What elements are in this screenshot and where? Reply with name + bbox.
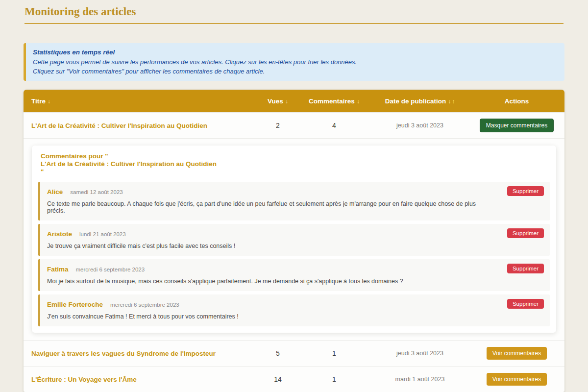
publication-date: jeudi 3 août 2023 <box>371 350 469 357</box>
comment-item: Emilie Forterochemercredi 6 septembre 20… <box>38 294 550 326</box>
comment-author: Aristote <box>47 230 72 238</box>
sort-header-commentaires[interactable]: Commentaires↓ <box>297 98 371 105</box>
delete-comment-button[interactable]: Supprimer <box>507 186 544 196</box>
sort-header-vues[interactable]: Vues↓ <box>258 98 297 105</box>
title-underline <box>24 23 564 24</box>
info-box-title: Statistiques en temps réel <box>33 48 557 57</box>
sort-header-titre[interactable]: Titre↓ <box>24 98 258 105</box>
views-count: 2 <box>258 122 297 129</box>
comment-item: Aristotelundi 21 août 2023 Supprimer Je … <box>38 224 550 256</box>
comment-item: Alicesamedi 12 août 2023 Supprimer Ce te… <box>38 182 550 220</box>
views-count: 5 <box>258 349 297 357</box>
view-comments-button[interactable]: Voir commentaires <box>487 373 547 386</box>
comment-item: Fatimamercredi 6 septembre 2023 Supprime… <box>38 259 550 291</box>
delete-comment-button[interactable]: Supprimer <box>507 264 544 273</box>
comment-date: mercredi 6 septembre 2023 <box>110 302 179 308</box>
comment-text: Moi je fais surtout de la musique, mais … <box>47 278 481 285</box>
delete-comment-button[interactable]: Supprimer <box>507 299 544 309</box>
comments-count: 4 <box>297 122 371 129</box>
article-title-link[interactable]: L'Écriture : Un Voyage vers l'Âme <box>31 376 137 383</box>
comment-text: Je trouve ça vraiment difficile mais c'e… <box>47 243 481 249</box>
sort-desc-icon[interactable]: ↓ <box>48 98 50 105</box>
comment-author: Fatima <box>47 266 69 273</box>
comment-text: Ce texte me parle beaucoup. A chaque foi… <box>47 200 481 214</box>
comments-heading-prefix: Commentaires pour " <box>41 152 550 160</box>
article-title-link[interactable]: Naviguer à travers les vagues du Syndrom… <box>31 350 216 357</box>
delete-comment-button[interactable]: Supprimer <box>507 228 544 238</box>
comment-author: Emilie Forteroche <box>47 301 103 308</box>
info-box-line2: Cliquez sur "Voir commentaires" pour aff… <box>33 67 557 76</box>
comment-author: Alice <box>47 188 63 196</box>
comments-heading-title: L'Art de la Créativité : Cultiver l'Insp… <box>41 160 550 168</box>
comment-date: samedi 12 août 2023 <box>70 189 122 195</box>
table-header-row: Titre↓ Vues↓ Commentaires↓ Date de publi… <box>24 90 564 112</box>
comments-section: Commentaires pour " L'Art de la Créativi… <box>24 138 564 340</box>
view-comments-button[interactable]: Voir commentaires <box>487 347 547 360</box>
sort-header-date[interactable]: Date de publication↓↑ <box>371 98 469 105</box>
comment-text: J'en suis convaincue Fatima ! Et merci à… <box>47 313 481 320</box>
monitoring-page: Monitoring des articles Statistiques en … <box>0 0 588 392</box>
views-count: 14 <box>258 375 297 383</box>
comment-date: lundi 21 août 2023 <box>79 231 126 237</box>
article-title-link[interactable]: L'Art de la Créativité : Cultiver l'Insp… <box>31 122 207 129</box>
comments-heading-suffix: " <box>41 168 550 176</box>
sort-desc-icon[interactable]: ↓ <box>448 98 451 105</box>
sort-desc-icon[interactable]: ↓ <box>285 98 288 105</box>
comment-date: mercredi 6 septembre 2023 <box>76 267 145 272</box>
articles-table: Titre↓ Vues↓ Commentaires↓ Date de publi… <box>24 90 564 392</box>
publication-date: mardi 1 août 2023 <box>371 376 469 383</box>
comments-card: Commentaires pour " L'Art de la Créativi… <box>32 146 556 333</box>
table-row: L'Art de la Créativité : Cultiver l'Insp… <box>24 112 564 138</box>
info-box-line1: Cette page vous permet de suivre les per… <box>33 57 557 67</box>
info-box: Statistiques en temps réel Cette page vo… <box>24 43 564 81</box>
comments-count: 1 <box>297 349 371 357</box>
table-row: Naviguer à travers les vagues du Syndrom… <box>24 340 564 366</box>
publication-date: jeudi 3 août 2023 <box>371 122 469 129</box>
table-row: L'Écriture : Un Voyage vers l'Âme 14 1 m… <box>24 366 564 392</box>
comments-count: 1 <box>297 375 371 383</box>
sort-desc-icon[interactable]: ↓ <box>357 98 360 105</box>
hide-comments-button[interactable]: Masquer commentaires <box>480 119 554 132</box>
page-title: Monitoring des articles <box>0 0 588 18</box>
sort-asc-icon[interactable]: ↑ <box>452 98 455 105</box>
header-actions: Actions <box>469 98 564 105</box>
comments-heading: Commentaires pour " L'Art de la Créativi… <box>38 152 550 182</box>
